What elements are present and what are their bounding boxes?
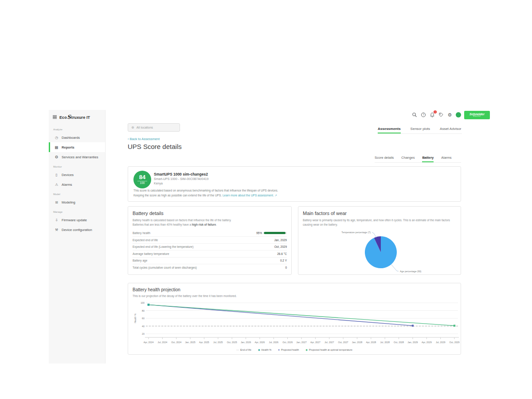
projection-panel: Battery health projection This is our pr…	[128, 283, 461, 355]
learn-more-link[interactable]: Learn more about the UPS assessment. ↗	[223, 194, 277, 197]
battery-detail-value: Jan, 2029	[274, 239, 287, 242]
tag-icon[interactable]	[438, 112, 444, 118]
detail-subtabs: Score detailsChangesBatteryAlarms	[375, 156, 461, 163]
sidebar-section-label: Analyze	[49, 125, 105, 133]
sidebar-item-reports[interactable]: ▤Reports	[49, 142, 105, 152]
legend-marker-icon: ◆	[258, 348, 260, 351]
pie-callout-temperature: Temperature percentage (7)	[341, 231, 371, 234]
legend-item-health-[interactable]: ◆Health %	[258, 348, 271, 351]
battery-detail-value: Oct, 2029	[274, 245, 287, 248]
location-filter[interactable]: ⊕ All locations	[128, 123, 180, 132]
sidebar-item-dashboards[interactable]: ◷Dashboards	[49, 133, 105, 142]
legend-marker-icon: ●	[278, 348, 280, 351]
tab-asset-advisor[interactable]: Asset Advisor	[440, 127, 461, 133]
wear-pie-chart: Temperature percentage (7)Age percentage…	[303, 228, 456, 274]
wear-factors-desc: Battery wear is primarily caused by its …	[303, 218, 456, 227]
legend-label: Projected health	[281, 348, 299, 351]
sidebar-item-device-configuration[interactable]: ⚒Device configuration	[49, 225, 105, 235]
svg-text:Oct, 2027: Oct, 2027	[338, 341, 348, 344]
notifications-bell-icon[interactable]: 1	[429, 112, 435, 118]
sidebar-item-services-and-warranties[interactable]: ✪Services and Warranties	[49, 152, 105, 162]
sidebar-item-label: Modeling	[62, 200, 75, 204]
device-icon: ▯	[55, 173, 59, 177]
svg-text:Jan, 2029: Jan, 2029	[407, 341, 418, 344]
series-projected-health-at-optimal-temperature	[149, 305, 454, 325]
tab-sensor-plots[interactable]: Sensor plots	[411, 127, 430, 133]
search-icon[interactable]	[411, 112, 417, 118]
sidebar-section-label: Model	[49, 189, 105, 197]
subtab-changes[interactable]: Changes	[401, 156, 415, 162]
sidebar-item-modeling[interactable]: ⊞Modeling	[49, 197, 105, 207]
app-logo: EcoStruxure IT	[59, 114, 90, 120]
legend-item-projected-health-at-optimal-temperature[interactable]: ◆Projected health at optimal temperature	[305, 348, 352, 351]
legend-item-end-of-life[interactable]: —End of life	[236, 348, 251, 351]
legend-label: End of life	[240, 348, 251, 351]
help-icon[interactable]: ?	[420, 112, 426, 118]
subtab-battery[interactable]: Battery	[422, 156, 434, 162]
svg-text:?: ?	[422, 113, 424, 116]
svg-text:Jan, 2026: Jan, 2026	[241, 341, 251, 344]
legend-marker-icon: ◆	[305, 348, 308, 351]
sidebar-item-devices[interactable]: ▯Devices	[49, 170, 105, 180]
subtab-alarms[interactable]: Alarms	[441, 156, 451, 162]
svg-text:Jul, 2028: Jul, 2028	[380, 341, 390, 344]
svg-text:Jul, 2026: Jul, 2026	[269, 341, 279, 344]
sidebar-item-label: Firmware update	[62, 218, 87, 222]
wear-factors-title: Main factors of wear	[303, 211, 456, 216]
device-model-serial: Smart-UPS 1000 - SIM-00C0B7A00419	[154, 177, 208, 180]
report-icon: ▤	[55, 145, 59, 149]
battery-details-rows: Battery health95%Expected end of lifeJan…	[133, 230, 287, 271]
svg-text:60: 60	[142, 317, 145, 320]
score-description-line1: This score is calculated based on anonym…	[133, 189, 278, 192]
subtab-score-details[interactable]: Score details	[375, 156, 394, 162]
sidebar: EcoStruxure IT Analyze◷Dashboards▤Report…	[49, 110, 106, 364]
pie-callout-age: Age percentage (93)	[400, 270, 422, 273]
menu-hamburger-icon[interactable]	[53, 115, 57, 119]
svg-text:Apr, 2025: Apr, 2025	[199, 341, 209, 344]
battery-health-bar	[264, 232, 287, 234]
svg-text:Jul, 2025: Jul, 2025	[213, 341, 223, 344]
svg-text:Jan, 2027: Jan, 2027	[296, 341, 306, 344]
svg-text:20: 20	[142, 332, 145, 335]
sidebar-item-firmware-update[interactable]: ⇩Firmware update	[49, 215, 105, 225]
projection-line-chart: 20406080100Health %Apr, 2024Jul, 2024Oct…	[133, 299, 461, 348]
location-filter-label: All locations	[137, 126, 153, 129]
svg-text:Jan, 2025: Jan, 2025	[185, 341, 195, 344]
projection-desc: This is our projection of the decay of t…	[133, 294, 456, 298]
schneider-electric-logo[interactable]: Schneider Electric	[464, 111, 490, 119]
back-to-assessment-link[interactable]: ‹ Back to Assessment	[128, 137, 160, 141]
svg-text:Apr, 2028: Apr, 2028	[366, 341, 376, 344]
score-value: 84	[139, 174, 145, 180]
tab-assessments[interactable]: Assessments	[378, 127, 401, 133]
user-avatar[interactable]	[456, 112, 461, 117]
sidebar-item-label: Device configuration	[62, 228, 92, 232]
external-link-icon: ↗	[274, 194, 277, 197]
svg-text:Jul, 2027: Jul, 2027	[325, 341, 334, 344]
svg-text:Oct, 2026: Oct, 2026	[282, 341, 293, 344]
topbar: ? 1 ⚙ Schneider Electric	[411, 110, 490, 119]
svg-text:40: 40	[142, 325, 145, 327]
app-window: EcoStruxure IT Analyze◷Dashboards▤Report…	[0, 0, 532, 399]
battery-detail-label: Expected end of life (Lowering the tempe…	[133, 245, 193, 248]
settings-gear-icon[interactable]: ⚙	[447, 112, 453, 118]
firmware-download-icon: ⇩	[55, 218, 59, 222]
sidebar-item-alarms[interactable]: ⚠Alarms	[49, 180, 105, 189]
score-badge: 84 100	[133, 171, 151, 188]
wear-factors-panel: Main factors of wear Battery wear is pri…	[298, 206, 461, 275]
globe-icon: ⊕	[131, 125, 134, 129]
device-location: Kenya	[154, 182, 163, 185]
svg-text:Oct, 2028: Oct, 2028	[394, 341, 404, 344]
sidebar-section-label: Manage	[49, 207, 105, 215]
svg-text:Apr, 2027: Apr, 2027	[310, 341, 321, 344]
svg-text:Oct, 2029: Oct, 2029	[450, 341, 460, 344]
svg-text:80: 80	[142, 309, 145, 312]
device-name: SmartUPS 1000 sim-changes2	[154, 172, 208, 176]
battery-detail-row: Battery age0.2 Y	[133, 258, 287, 265]
battery-details-desc: Battery health is calculated based on fa…	[133, 218, 287, 227]
legend-item-projected-health[interactable]: ●Projected health	[278, 348, 299, 351]
battery-details-title: Battery details	[133, 211, 287, 216]
dashboards-icon: ◷	[55, 136, 59, 140]
battery-details-panel: Battery details Battery health is calcul…	[128, 206, 292, 275]
y-axis-label: Health %	[134, 313, 137, 323]
score-description-line2: Keeping the score as high as possible ca…	[133, 194, 277, 197]
